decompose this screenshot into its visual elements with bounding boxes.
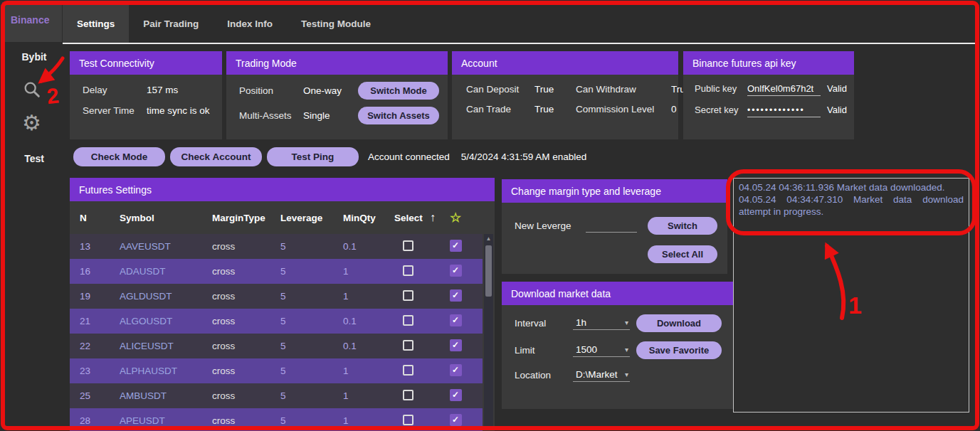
- favorite-checkbox[interactable]: [450, 314, 462, 326]
- topbar: Binance Settings Pair Trading Index Info…: [0, 0, 980, 44]
- tab-settings[interactable]: Settings: [63, 4, 129, 43]
- table-row[interactable]: 16 ADAUSDT cross 5 1: [70, 259, 483, 284]
- new-leverage-input[interactable]: [586, 219, 637, 233]
- cell-minqty: 1: [343, 366, 394, 376]
- check-mode-button[interactable]: Check Mode: [73, 147, 165, 166]
- col-leverage: Leverage: [280, 213, 343, 223]
- tab-testing-module[interactable]: Testing Module: [287, 4, 385, 43]
- test-ping-button[interactable]: Test Ping: [267, 147, 359, 166]
- cell-n: 28: [80, 415, 120, 426]
- public-key-status: Valid: [827, 83, 847, 94]
- panel-account: Account Can Deposit True Can Withdraw Tr…: [452, 51, 678, 139]
- favorite-checkbox[interactable]: [450, 265, 462, 277]
- favorite-checkbox[interactable]: [450, 240, 462, 252]
- cell-n: 22: [80, 341, 120, 351]
- cell-minqty: 0.1: [343, 341, 394, 351]
- sidebar-item-test[interactable]: Test: [0, 153, 68, 164]
- cell-leverage: 5: [280, 241, 343, 252]
- select-all-button[interactable]: Select All: [648, 245, 717, 263]
- check-account-button[interactable]: Check Account: [170, 147, 262, 166]
- table-row[interactable]: 19 AGLDUSDT cross 5 1: [70, 284, 483, 309]
- public-key-field[interactable]: OnlfKel0m67h2t: [747, 83, 821, 96]
- table-scrollbar[interactable]: [484, 234, 493, 430]
- select-checkbox[interactable]: [403, 365, 413, 376]
- tab-index-info[interactable]: Index Info: [213, 4, 287, 43]
- secret-key-field[interactable]: •••••••••••••: [747, 105, 821, 117]
- select-checkbox[interactable]: [403, 390, 413, 400]
- multi-assets-label: Multi-Assets: [239, 110, 303, 121]
- search-icon-glyph: [22, 80, 42, 100]
- panel-download-market-data: Download market data Interval 1h Downloa…: [502, 282, 733, 409]
- panel-title: Trading Mode: [226, 51, 448, 75]
- cell-leverage: 5: [280, 291, 343, 302]
- cell-minqty: 1: [343, 415, 394, 426]
- log-line: 04.05.24 04:34:47.310 Market data downlo…: [739, 194, 964, 218]
- download-button[interactable]: Download: [636, 314, 722, 332]
- cell-margintype: cross: [212, 241, 280, 252]
- table-row[interactable]: 25 AMBUSDT cross 5 1: [70, 383, 483, 408]
- gear-icon[interactable]: [22, 112, 43, 134]
- cell-margintype: cross: [212, 415, 280, 426]
- brand-tab-binance[interactable]: Binance: [2, 2, 62, 42]
- interval-value: 1h: [576, 317, 586, 328]
- panel-title: Account: [452, 51, 678, 75]
- position-value: One-way: [303, 85, 352, 96]
- sidebar: Bybit Test: [0, 44, 68, 431]
- favorite-checkbox[interactable]: [450, 414, 462, 426]
- favorite-checkbox[interactable]: [450, 289, 462, 302]
- location-label: Location: [515, 370, 573, 381]
- limit-dropdown[interactable]: 1500: [573, 344, 630, 357]
- save-favorite-button[interactable]: Save Favorite: [636, 341, 722, 359]
- cell-symbol: ALICEUSDT: [120, 341, 212, 351]
- multi-assets-value: Single: [303, 110, 352, 121]
- cell-leverage: 5: [280, 366, 343, 376]
- table-row[interactable]: 23 ALPHAUSDT cross 5 1: [70, 358, 483, 383]
- select-checkbox[interactable]: [403, 315, 413, 326]
- cell-symbol: ADAUSDT: [120, 266, 212, 277]
- delay-label: Delay: [83, 85, 147, 95]
- cell-margintype: cross: [212, 291, 280, 302]
- table-row[interactable]: 21 ALGOUSDT cross 5 0.1: [70, 309, 483, 334]
- select-checkbox[interactable]: [403, 415, 413, 425]
- table-row[interactable]: 28 APEUSDT cross 5 1: [70, 408, 483, 431]
- panel-test-connectivity: Test Connectivity Delay 157 ms Server Ti…: [70, 51, 222, 139]
- location-dropdown[interactable]: D:\Market: [573, 368, 630, 382]
- switch-leverage-button[interactable]: Switch: [648, 217, 717, 235]
- sort-ascending-icon[interactable]: ↑: [430, 211, 450, 224]
- panel-api-key: Binance futures api key Public key OnlfK…: [683, 51, 854, 139]
- secret-key-status: Valid: [827, 105, 847, 115]
- position-label: Position: [239, 85, 303, 96]
- interval-dropdown[interactable]: 1h: [573, 316, 630, 330]
- chevron-down-icon: [625, 319, 628, 326]
- log-line: 04.05.24 04:36:11.936 Market data downlo…: [739, 182, 964, 194]
- select-checkbox[interactable]: [403, 290, 413, 301]
- favorite-checkbox[interactable]: [450, 364, 462, 376]
- sidebar-item-bybit[interactable]: Bybit: [0, 51, 68, 63]
- cell-symbol: AMBUSDT: [120, 390, 212, 401]
- scroll-up-icon[interactable]: [484, 234, 493, 244]
- switch-mode-button[interactable]: Switch Mode: [358, 82, 439, 100]
- cell-margintype: cross: [212, 316, 280, 326]
- cell-leverage: 5: [280, 316, 343, 326]
- futures-table-body: 13 AAVEUSDT cross 5 0.1 16 ADAUSDT cross…: [70, 234, 483, 431]
- favorite-checkbox[interactable]: [450, 389, 462, 401]
- commission-level-label: Commission Level: [576, 104, 671, 115]
- switch-assets-button[interactable]: Switch Assets: [358, 107, 439, 124]
- scrollbar-thumb[interactable]: [485, 245, 492, 297]
- favorite-checkbox[interactable]: [450, 339, 462, 351]
- cell-leverage: 5: [280, 341, 343, 351]
- select-checkbox[interactable]: [403, 340, 413, 351]
- cell-n: 21: [80, 316, 120, 326]
- tab-bar: Settings Pair Trading Index Info Testing…: [63, 4, 385, 43]
- select-checkbox[interactable]: [403, 265, 413, 276]
- tab-pair-trading[interactable]: Pair Trading: [129, 4, 213, 43]
- favorite-star-icon[interactable]: ☆: [450, 210, 475, 225]
- futures-table-header: N Symbol MarginType Leverage MinQty Sele…: [70, 201, 495, 234]
- log-output[interactable]: 04.05.24 04:36:11.936 Market data downlo…: [733, 178, 969, 413]
- cell-symbol: ALGOUSDT: [120, 316, 212, 326]
- table-row[interactable]: 22 ALICEUSDT cross 5 0.1: [70, 334, 483, 358]
- select-checkbox[interactable]: [403, 240, 413, 251]
- table-row[interactable]: 13 AAVEUSDT cross 5 0.1: [70, 234, 483, 259]
- search-icon[interactable]: [22, 80, 43, 101]
- cell-leverage: 5: [280, 415, 343, 426]
